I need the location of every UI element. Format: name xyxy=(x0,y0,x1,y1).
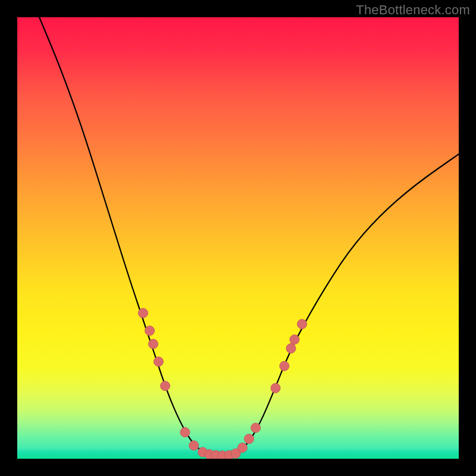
data-dot xyxy=(189,441,199,450)
data-dot xyxy=(138,308,148,318)
data-dots-group xyxy=(138,308,306,459)
data-dot xyxy=(154,357,163,367)
data-dot xyxy=(245,434,254,444)
data-dot xyxy=(280,361,289,371)
bottleneck-curve xyxy=(39,17,459,456)
data-dot xyxy=(237,443,247,452)
data-dot xyxy=(161,381,170,391)
chart-overlay-svg xyxy=(17,17,459,459)
data-dot xyxy=(145,326,155,336)
data-dot xyxy=(149,339,158,349)
chart-container: TheBottleneck.com xyxy=(0,0,476,476)
data-dot xyxy=(271,383,280,393)
data-dot xyxy=(290,335,299,345)
data-dot xyxy=(286,344,296,353)
data-dot xyxy=(180,427,190,437)
watermark-text: TheBottleneck.com xyxy=(356,2,470,18)
data-dot xyxy=(298,320,307,329)
data-dot xyxy=(251,423,261,433)
